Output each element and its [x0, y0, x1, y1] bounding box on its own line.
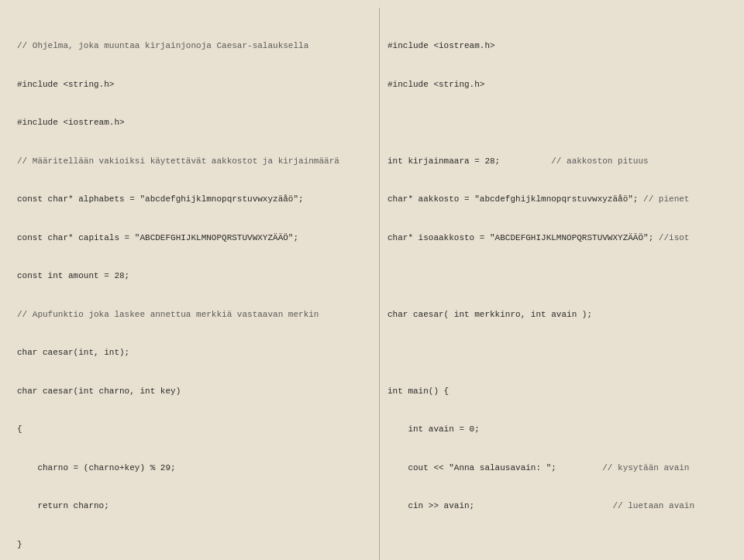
code-line [388, 270, 727, 283]
code-line [388, 346, 727, 359]
code-line: int main() { [388, 385, 727, 398]
code-line [388, 116, 727, 129]
code-line: #include <iostream.h> [17, 116, 371, 129]
code-line: int avain = 0; [388, 423, 727, 436]
code-line: cin >> avain; // luetaan avain [388, 500, 727, 513]
code-line: { [17, 423, 371, 436]
code-line: char caesar( int merkkinro, int avain ); [388, 308, 727, 321]
code-line: // Määritellään vakioiksi käytettävät aa… [17, 155, 371, 168]
code-line: charno = (charno+key) % 29; [17, 462, 371, 475]
page-container: // Ohjelma, joka muuntaa kirjainjonoja C… [0, 0, 744, 560]
code-line: char caesar(int, int); [17, 346, 371, 359]
code-line: #include <string.h> [17, 78, 371, 91]
code-line: #include <iostream.h> [388, 40, 727, 53]
code-line: #include <string.h> [388, 78, 727, 91]
code-line: char* isoaakkosto = "ABCDEFGHIJKLMNOPQRS… [388, 232, 727, 245]
code-line: // Ohjelma, joka muuntaa kirjainjonoja C… [17, 40, 371, 53]
code-line: int kirjainmaara = 28; // aakkoston pitu… [388, 155, 727, 168]
code-line: return charno; [17, 500, 371, 513]
code-line: cout << "Anna salausavain: "; // kysytää… [388, 462, 727, 475]
code-line: char caesar(int charno, int key) [17, 385, 371, 398]
code-line: } [17, 538, 371, 551]
code-line [388, 538, 727, 551]
code-line: const char* alphabets = "abcdefghijklmno… [17, 193, 371, 206]
code-line: const char* capitals = "ABCDEFGHIJKLMNOP… [17, 232, 371, 245]
code-line: char* aakkosto = "abcdefghijklmnopqrstuv… [388, 193, 727, 206]
code-line: const int amount = 28; [17, 270, 371, 283]
right-code-panel: #include <iostream.h> #include <string.h… [380, 8, 736, 560]
left-code-panel: // Ohjelma, joka muuntaa kirjainjonoja C… [8, 8, 380, 560]
code-line: // Apufunktio joka laskee annettua merkk… [17, 308, 371, 321]
